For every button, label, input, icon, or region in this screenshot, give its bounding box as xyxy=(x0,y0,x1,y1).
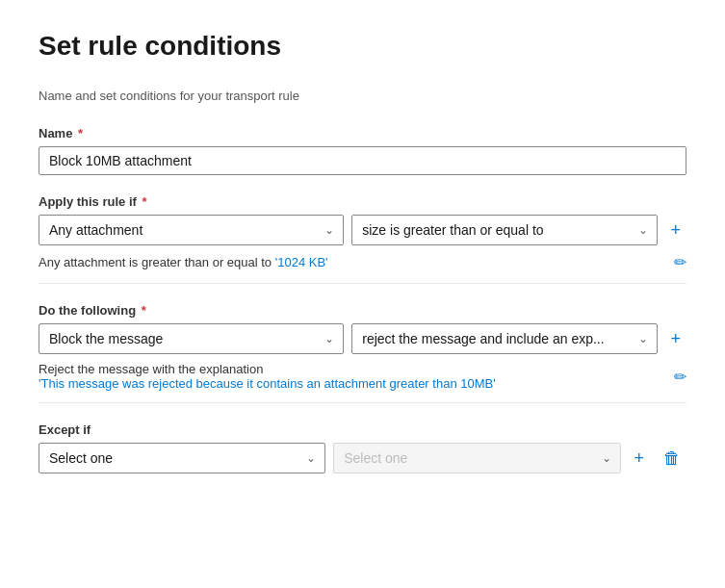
do-following-add-button[interactable]: + xyxy=(665,325,687,353)
except-if-dropdown2[interactable]: Select one xyxy=(333,443,620,473)
apply-rule-add-button[interactable]: + xyxy=(665,217,687,244)
name-required-indicator: * xyxy=(74,126,83,141)
apply-rule-dropdown1[interactable]: Any attachment The sender The recipient xyxy=(39,215,344,245)
name-input[interactable] xyxy=(39,146,686,175)
apply-rule-divider xyxy=(39,283,686,284)
apply-rule-info-link[interactable]: '1024 KB' xyxy=(275,255,328,269)
do-following-dropdown2[interactable]: reject the message and include an exp...… xyxy=(351,323,657,354)
except-if-dropdown1-wrapper: Select one ⌄ xyxy=(39,443,325,473)
apply-rule-info-row: Any attachment is greater than or equal … xyxy=(39,245,686,275)
apply-rule-label: Apply this rule if * xyxy=(39,194,686,209)
apply-rule-dropdown1-wrapper: Any attachment The sender The recipient … xyxy=(39,215,344,245)
do-following-dropdown1[interactable]: Block the message Allow the message Modi… xyxy=(39,323,344,354)
apply-rule-required-indicator: * xyxy=(139,194,147,209)
except-if-row: Select one ⌄ Select one ⌄ + 🗑 xyxy=(39,443,686,473)
do-following-info-row: Reject the message with the explanation … xyxy=(39,354,686,395)
apply-rule-edit-icon[interactable]: ✏ xyxy=(674,253,686,271)
do-following-divider xyxy=(39,402,686,403)
except-if-dropdown1[interactable]: Select one xyxy=(39,443,325,473)
page-title: Set rule conditions xyxy=(39,31,686,62)
apply-rule-dropdown2[interactable]: size is greater than or equal to size is… xyxy=(351,215,657,245)
page-subtitle: Name and set conditions for your transpo… xyxy=(39,89,686,103)
do-following-label: Do the following * xyxy=(39,303,686,318)
name-label: Name * xyxy=(39,126,686,141)
do-following-dropdown1-wrapper: Block the message Allow the message Modi… xyxy=(39,323,344,354)
apply-rule-row: Any attachment The sender The recipient … xyxy=(39,215,686,245)
do-following-row: Block the message Allow the message Modi… xyxy=(39,323,686,354)
except-if-label: Except if xyxy=(39,422,686,437)
except-if-dropdown2-wrapper: Select one ⌄ xyxy=(333,443,620,473)
do-following-edit-icon[interactable]: ✏ xyxy=(674,368,686,386)
do-following-section: Do the following * Block the message All… xyxy=(39,303,686,403)
do-following-required-indicator: * xyxy=(138,303,146,318)
apply-rule-section: Apply this rule if * Any attachment The … xyxy=(39,194,686,284)
do-following-info-text: Reject the message with the explanation … xyxy=(39,362,496,391)
apply-rule-info-text: Any attachment is greater than or equal … xyxy=(39,255,328,269)
name-section: Name * xyxy=(39,126,686,175)
except-if-add-button[interactable]: + xyxy=(629,445,651,473)
apply-rule-dropdown2-wrapper: size is greater than or equal to size is… xyxy=(351,215,657,245)
except-if-section: Except if Select one ⌄ Select one ⌄ + 🗑 xyxy=(39,422,686,473)
do-following-dropdown2-wrapper: reject the message and include an exp...… xyxy=(351,323,657,354)
do-following-info-link[interactable]: 'This message was rejected because it co… xyxy=(39,376,496,391)
except-if-delete-button[interactable]: 🗑 xyxy=(658,445,686,473)
